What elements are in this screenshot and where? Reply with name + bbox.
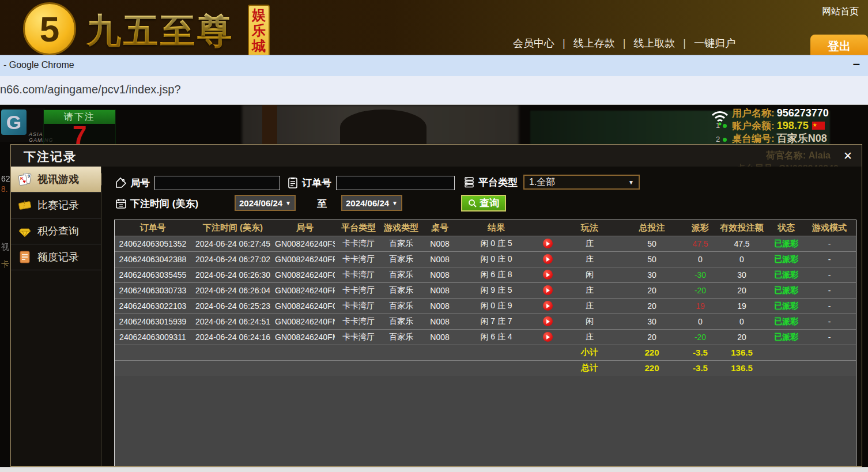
cell-play_btn <box>533 282 562 298</box>
asia-gaming-logo: G ASIA GAMING <box>0 108 45 142</box>
replay-button[interactable] <box>543 270 553 280</box>
date-to-picker[interactable]: 2024/06/24▼ <box>341 195 402 211</box>
countdown-number: 7 <box>44 124 115 147</box>
cell-platform: 卡卡湾厅 <box>335 282 382 298</box>
logout-button[interactable]: 登出 <box>810 35 868 55</box>
game-video-background: G ASIA GAMING 请下注 7 用户名称: 956273770 1 账户… <box>0 105 868 467</box>
table-number-value: 百家乐N08 <box>777 131 827 145</box>
cell-game: 百家乐 <box>382 282 420 298</box>
cell-result <box>459 360 533 376</box>
replay-button[interactable] <box>543 254 553 264</box>
cell-play_btn <box>533 298 562 314</box>
cell-mode: - <box>803 298 856 314</box>
table-row: 2406240630423882024-06-24 06:27:02GN0082… <box>115 251 856 267</box>
platform-select[interactable]: 1.全部 ▼ <box>523 175 640 190</box>
order-input[interactable] <box>336 176 455 190</box>
column-header-total: 总投注 <box>617 220 686 236</box>
cell-total: 50 <box>617 251 686 267</box>
svg-text:K: K <box>20 176 24 181</box>
replay-button[interactable] <box>543 332 553 342</box>
minimize-button[interactable]: – <box>853 56 860 71</box>
table-number-label: 桌台编号: <box>732 132 775 145</box>
table-row: 2406240630221032024-06-24 06:25:23GN0082… <box>115 298 856 314</box>
platform-select-value: 1.全部 <box>529 176 555 188</box>
sidebar-item-video-games[interactable]: 9 K 视讯游戏 <box>11 167 101 192</box>
cell-round: GN008246240FR <box>275 251 335 267</box>
column-header-table: 桌号 <box>420 220 459 236</box>
platform-filter-label: 平台类型 <box>478 176 518 189</box>
cell-payout: 47.5 <box>686 236 714 251</box>
column-header-mode: 游戏模式 <box>803 220 856 236</box>
cell-order <box>115 360 191 376</box>
nav-online-withdraw[interactable]: 线上取款 <box>615 36 675 50</box>
sidebar-item-quota-records[interactable]: 额度记录 <box>11 244 101 270</box>
cell-order: 240624063030733 <box>115 282 191 298</box>
modal-sidebar: 9 K 视讯游戏 比赛记录 <box>11 167 101 466</box>
cell-platform: 卡卡湾厅 <box>335 251 382 267</box>
bet-table-container: 订单号下注时间 (美东)局号平台类型游戏类型桌号结果玩法总投注派彩有效投注额状态… <box>114 220 856 466</box>
column-header-game: 游戏类型 <box>382 220 420 236</box>
cell-play_btn <box>533 360 562 376</box>
modal-content: 局号 订单号 <box>101 167 862 466</box>
column-header-order: 订单号 <box>115 220 191 236</box>
cell-time: 2024-06-24 06:26:30 <box>191 267 275 282</box>
nav-online-deposit[interactable]: 线上存款 <box>554 36 615 50</box>
dealer-name-ghost: 荷官名称: Alaia <box>766 150 831 162</box>
cell-order: 240624063051352 <box>115 236 191 251</box>
document-icon <box>18 250 32 264</box>
replay-button[interactable] <box>543 301 553 311</box>
cell-game: 百家乐 <box>382 329 420 345</box>
cell-table: N008 <box>420 314 459 329</box>
cell-payout: -20 <box>686 329 714 345</box>
table-row: 2406240630159392024-06-24 06:24:51GN0082… <box>115 314 856 329</box>
home-link[interactable]: 网站首页 <box>822 6 859 18</box>
cell-status <box>769 360 803 376</box>
tag-icon <box>115 177 127 188</box>
replay-button[interactable] <box>543 316 553 326</box>
balance-label: 账户余额: <box>732 119 775 133</box>
date-from-picker[interactable]: 2024/06/24▼ <box>235 195 296 211</box>
round-input[interactable] <box>154 176 280 190</box>
cell-result: 闲 0 庄 0 <box>459 251 533 267</box>
top-nav: 会员中心 线上存款 线上取款 一键归户 <box>513 36 735 50</box>
cell-valid: 0 <box>714 314 769 329</box>
search-button[interactable]: 查询 <box>461 195 506 212</box>
replay-button[interactable] <box>543 239 553 248</box>
bet-table: 订单号下注时间 (美东)局号平台类型游戏类型桌号结果玩法总投注派彩有效投注额状态… <box>115 220 856 376</box>
sidebar-item-label: 积分查询 <box>37 224 79 238</box>
cell-time: 2024-06-24 06:27:02 <box>191 251 275 267</box>
cell-payout: 0 <box>686 251 714 267</box>
column-header-payout: 派彩 <box>686 220 714 236</box>
bet-time-label: 下注时间 (美东) <box>130 197 198 210</box>
cell-play_btn <box>533 345 562 360</box>
nav-member-center[interactable]: 会员中心 <box>513 36 554 50</box>
chrome-title-bar[interactable]: - Google Chrome – <box>0 55 868 76</box>
url-bar[interactable]: n66.com/agingame/pcv1/index.jsp? <box>0 76 868 105</box>
nav-one-key-transfer[interactable]: 一键归户 <box>675 36 735 50</box>
cell-order: 240624063022103 <box>115 298 191 314</box>
sidebar-item-match-records[interactable]: 比赛记录 <box>11 192 101 218</box>
close-icon[interactable]: ✕ <box>843 149 852 163</box>
road-index: 2 <box>716 135 727 144</box>
ticket-icon <box>18 198 32 212</box>
cell-platform: 卡卡湾厅 <box>335 314 382 329</box>
cell-result: 闲 6 庄 4 <box>459 329 533 345</box>
cell-platform <box>335 345 382 360</box>
cell-payout: -30 <box>686 267 714 282</box>
cards-icon: 9 K <box>18 172 32 186</box>
cell-play: 庄 <box>562 282 617 298</box>
cell-mode: - <box>803 282 856 298</box>
cell-valid: 0 <box>714 251 769 267</box>
cell-play: 庄 <box>562 298 617 314</box>
sidebar-item-points-query[interactable]: 积分查询 <box>11 218 101 244</box>
cell-round: GN008246240FO <box>275 298 335 314</box>
replay-button[interactable] <box>543 285 553 295</box>
cell-valid: 136.5 <box>714 345 769 360</box>
sidebar-item-label: 视讯游戏 <box>37 172 79 186</box>
cell-time <box>191 360 275 376</box>
user-name-label: 用户名称: <box>732 107 775 120</box>
table-row: 2406240630093112024-06-24 06:24:16GN0082… <box>115 329 856 345</box>
cell-play: 庄 <box>562 329 617 345</box>
cell-table: N008 <box>420 236 459 251</box>
cell-play: 庄 <box>562 251 617 267</box>
